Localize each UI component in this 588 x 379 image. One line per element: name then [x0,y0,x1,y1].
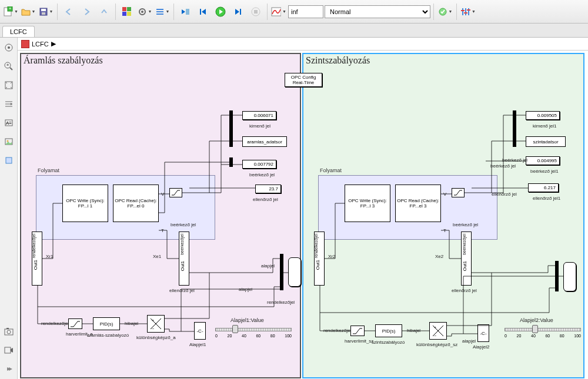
ws-szint[interactable]: szintadatsor [526,136,566,147]
svg-text:+: + [9,6,12,11]
harver-level[interactable] [350,326,365,336]
stop-time-input[interactable] [288,5,323,18]
step-back-button[interactable] [177,4,193,20]
scope-flow[interactable] [288,257,301,287]
disp-flow-in[interactable]: 0.007792 [242,160,276,169]
level-title: Szintszabályozás [306,55,370,66]
svg-rect-14 [156,14,163,15]
tune-button[interactable]: ▼ [460,4,476,20]
tab-lcfc[interactable]: LCFC [2,26,35,37]
svg-rect-27 [464,12,467,14]
opc-write-flow[interactable]: OPC Write (Sync): FP...l 1 [62,185,108,222]
svg-rect-9 [127,12,131,16]
new-model-button[interactable]: +▼ [2,4,19,20]
svg-rect-23 [462,8,463,15]
disp-flow-out[interactable]: 0.006071 [242,111,276,120]
expand-icon[interactable] [2,363,15,375]
breadcrumb: LCFC ▶ [18,38,588,51]
diff-level[interactable]: +− [429,322,447,340]
stop-button[interactable] [248,4,264,20]
step-in-button[interactable] [195,4,211,20]
open-button[interactable]: ▼ [20,4,36,20]
disp-level-out[interactable]: 0.009505 [526,111,560,120]
annotation-icon[interactable]: A≡ [2,116,15,129]
svg-rect-46 [5,347,11,353]
term-flow[interactable] [229,157,233,167]
svg-rect-13 [156,11,163,12]
mux-flow1[interactable] [229,110,233,147]
flow-panel: Áramlás szabályozás 0.006071 kimenő jel … [20,53,301,378]
tab-bar: LCFC [0,24,588,38]
const-level[interactable]: -C- [477,324,489,342]
svg-point-44 [7,330,11,334]
mux-flow2[interactable] [280,254,283,290]
svg-line-32 [10,68,12,70]
up-button[interactable] [96,4,112,20]
log-button[interactable]: ▼ [154,4,171,20]
model-icon [21,40,29,48]
level-panel: Szintszabályozás 0.009505 kimenő jel1 sz… [302,53,584,378]
svg-text:−: − [434,334,436,338]
svg-rect-5 [42,12,45,15]
harver-flow[interactable] [68,318,82,329]
svg-rect-4 [41,9,46,11]
library-button[interactable] [119,4,135,20]
svg-rect-24 [465,8,466,15]
svg-point-11 [141,11,143,13]
disp-level-in[interactable]: 0.004995 [526,156,560,165]
canvas[interactable]: OPC Config Real-Time Áramlás szabályozás… [18,51,588,379]
record-icon[interactable] [2,344,15,357]
settings-button[interactable]: ▼ [136,4,153,20]
svg-rect-8 [122,12,126,16]
svg-point-30 [8,46,10,49]
opc-read-flow[interactable]: OPC Read (Cache): FP...el 0 [113,185,159,222]
opc-read-level[interactable]: OPC Read (Cache): FP...el 3 [395,185,441,222]
run-button[interactable] [212,4,229,20]
svg-rect-28 [467,9,470,11]
sat-flow[interactable] [169,188,182,197]
svg-rect-7 [127,7,131,11]
const-flow[interactable]: -C- [194,322,206,340]
explorer-icon[interactable] [2,98,15,110]
pid-level[interactable]: PID(s) [375,324,402,337]
main-toolbar: +▼ ▼ ▼ ▼ ▼ ▼ Normal ▼ ▼ [0,0,588,24]
camera-icon[interactable] [2,325,15,338]
forward-button[interactable] [78,4,95,20]
svg-rect-6 [122,7,126,11]
ws-aramlas[interactable]: aramlas_adatsor [242,136,287,147]
disp-level-chk[interactable]: 6.217 [528,183,559,192]
build-button[interactable]: ▼ [437,4,453,20]
svg-rect-45 [6,328,9,329]
opc-write-level[interactable]: OPC Write (Sync): FP...l 3 [345,185,390,222]
mux-level1[interactable] [513,110,516,147]
svg-rect-12 [156,9,163,10]
disp-flow-chk[interactable]: 23.7 [255,185,281,193]
svg-rect-26 [461,10,465,11]
fit-icon[interactable] [2,79,15,92]
pid-flow[interactable]: PID(s) [93,317,120,330]
scope-level[interactable] [563,262,576,291]
svg-rect-25 [468,8,469,15]
mux-level2[interactable] [555,261,559,291]
back-button[interactable] [61,4,77,20]
step-forward-button[interactable] [230,4,246,20]
slider-flow[interactable]: 020406080100 [215,328,292,338]
sat-level[interactable] [452,188,465,197]
svg-rect-42 [6,157,12,163]
simulation-mode-select[interactable]: Normal [325,5,430,18]
slider-level[interactable]: 020406080100 [505,328,581,338]
svg-rect-16 [200,9,201,15]
svg-text:+: + [152,318,154,323]
opc-config-block[interactable]: OPC Config Real-Time [285,73,322,87]
svg-text:+: + [434,326,436,330]
svg-text:−: − [152,327,154,331]
area-icon[interactable] [2,154,15,167]
image-icon[interactable] [2,135,15,148]
target-icon[interactable] [2,41,15,54]
zoom-in-icon[interactable]: + [2,60,15,73]
svg-text:A≡: A≡ [5,120,11,126]
save-button[interactable]: ▼ [38,4,54,20]
signal-button[interactable]: ▼ [270,4,287,20]
diff-flow[interactable]: +− [147,315,165,333]
breadcrumb-root[interactable]: LCFC [32,41,49,48]
